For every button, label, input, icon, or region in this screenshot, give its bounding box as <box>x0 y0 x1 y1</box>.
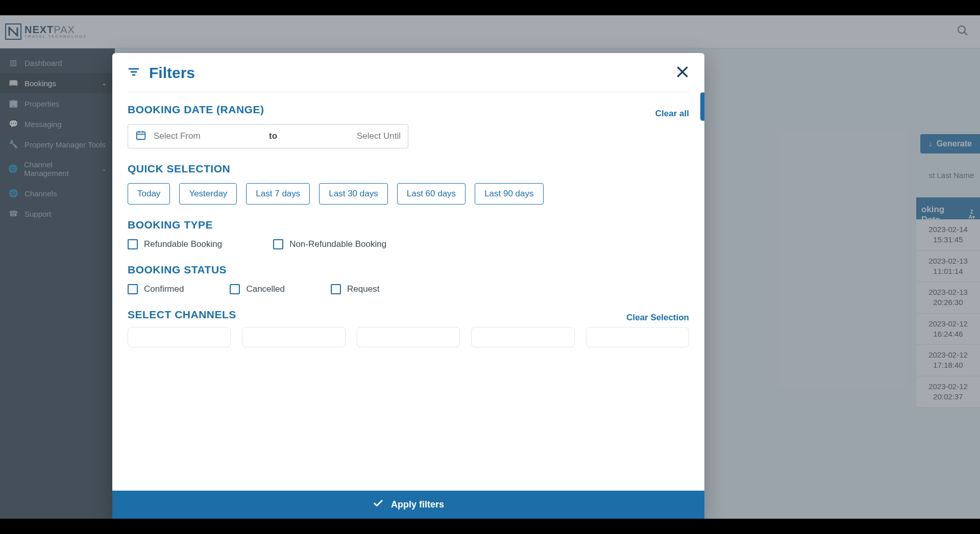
topbar: NEXTPAX TRAVEL TECHNOLOGY <box>0 15 980 48</box>
support-icon: ☎ <box>8 209 18 218</box>
clear-selection-link[interactable]: Clear Selection <box>626 313 689 323</box>
modal-body: BOOKING DATE (RANGE) Clear all to QUICK … <box>112 92 704 491</box>
sidebar-item-dashboard[interactable]: ▧ Dashboard <box>0 53 115 73</box>
checkbox-box-icon <box>273 239 283 249</box>
scrollbar-thumb[interactable] <box>700 92 704 121</box>
close-icon[interactable] <box>676 65 689 81</box>
channel-card[interactable] <box>242 327 345 347</box>
date-to-label: to <box>269 131 277 141</box>
checkbox-confirmed[interactable]: Confirmed <box>128 284 184 294</box>
date-range-picker[interactable]: to <box>128 124 408 148</box>
tools-icon: 🔧 <box>8 140 18 149</box>
dashboard-icon: ▧ <box>8 58 18 67</box>
sidebar-item-support[interactable]: ☎ Support <box>0 204 115 224</box>
clear-all-link[interactable]: Clear all <box>655 109 689 119</box>
sidebar-item-label: Support <box>24 210 52 218</box>
quick-60days-button[interactable]: Last 60 days <box>397 183 465 205</box>
section-title-quick: QUICK SELECTION <box>128 163 689 175</box>
apply-filters-label: Apply filters <box>391 499 444 510</box>
globe-icon: 🌐 <box>8 164 18 173</box>
section-title-status: BOOKING STATUS <box>128 264 689 276</box>
channel-card[interactable] <box>128 327 231 347</box>
bookings-icon: 📖 <box>8 79 18 88</box>
table-row[interactable]: 2023-02-13 20:26:30 <box>916 282 980 314</box>
sidebar-item-channels[interactable]: 🌐 Channels <box>0 183 115 204</box>
guest-lastname-filter[interactable]: st Last Name <box>923 166 980 185</box>
date-until-input[interactable] <box>284 131 401 141</box>
modal-title: Filters <box>149 64 195 82</box>
sidebar: ▧ Dashboard 📖 Bookings ⌄ 🏢 Properties 💬 … <box>0 48 115 519</box>
checkbox-non-refundable[interactable]: Non-Refundable Booking <box>273 239 386 249</box>
checkbox-label: Non-Refundable Booking <box>289 239 386 249</box>
globe-icon: 🌐 <box>8 189 18 198</box>
check-icon <box>373 498 384 512</box>
download-icon: ↓ <box>928 139 933 148</box>
generate-button[interactable]: ↓ Generate <box>920 134 980 154</box>
logo-subtext: TRAVEL TECHNOLOGY <box>24 35 87 39</box>
table-row[interactable]: 2023-02-13 11:01:14 <box>916 251 980 283</box>
booking-type-row: Refundable Booking Non-Refundable Bookin… <box>128 239 689 249</box>
table-row[interactable]: 2023-02-12 17:18:40 <box>916 345 980 376</box>
table-row[interactable]: 2023-02-12 16:24:46 <box>916 314 980 345</box>
svg-point-0 <box>958 26 965 33</box>
sidebar-item-bookings[interactable]: 📖 Bookings ⌄ <box>0 73 115 93</box>
logo: NEXTPAX TRAVEL TECHNOLOGY <box>5 23 87 40</box>
quick-90days-button[interactable]: Last 90 days <box>475 183 543 205</box>
quick-today-button[interactable]: Today <box>128 183 170 205</box>
sidebar-item-label: Channels <box>24 189 57 198</box>
messaging-icon: 💬 <box>8 119 18 129</box>
filters-modal: Filters BOOKING DATE (RANGE) Clear all t… <box>112 53 704 519</box>
checkbox-label: Request <box>347 284 379 294</box>
sidebar-item-pm-tools[interactable]: 🔧 Property Manager Tools <box>0 134 115 155</box>
section-title-channels: SELECT CHANNELS <box>128 309 236 321</box>
chevron-down-icon: ⌄ <box>102 80 107 87</box>
quick-30days-button[interactable]: Last 30 days <box>319 183 387 205</box>
checkbox-label: Refundable Booking <box>144 239 222 249</box>
search-icon[interactable] <box>957 24 969 39</box>
sidebar-item-label: Property Manager Tools <box>24 140 106 149</box>
sidebar-item-properties[interactable]: 🏢 Properties <box>0 93 115 114</box>
booking-date-cells: 2023-02-14 15:31:45 2023-02-13 11:01:14 … <box>916 219 980 408</box>
section-title-type: BOOKING TYPE <box>128 219 689 231</box>
channel-card[interactable] <box>357 327 460 347</box>
sidebar-item-label: Dashboard <box>24 59 62 67</box>
checkbox-request[interactable]: Request <box>331 284 379 294</box>
checkbox-label: Confirmed <box>144 284 184 294</box>
chevron-down-icon: ⌄ <box>102 165 107 172</box>
svg-rect-7 <box>137 132 145 140</box>
channel-card[interactable] <box>586 327 689 347</box>
quick-yesterday-button[interactable]: Yesterday <box>179 183 237 205</box>
logo-mark-icon <box>5 23 21 40</box>
sidebar-item-channel-mgmt[interactable]: 🌐 Channel Management ⌄ <box>0 155 115 183</box>
svg-line-1 <box>964 32 967 35</box>
filter-icon <box>128 66 140 80</box>
checkbox-refundable[interactable]: Refundable Booking <box>128 239 222 249</box>
quick-selection-row: Today Yesterday Last 7 days Last 30 days… <box>128 183 689 205</box>
date-from-input[interactable] <box>154 131 262 141</box>
section-title-booking-date: BOOKING DATE (RANGE) <box>128 104 264 116</box>
booking-status-row: Confirmed Cancelled Request <box>128 284 689 294</box>
sidebar-item-label: Messaging <box>24 120 62 129</box>
checkbox-box-icon <box>331 284 341 294</box>
apply-filters-button[interactable]: Apply filters <box>112 491 704 519</box>
table-row[interactable]: 2023-02-14 15:31:45 <box>916 219 980 251</box>
generate-label: Generate <box>937 139 972 148</box>
sidebar-item-label: Channel Management <box>24 160 95 177</box>
sidebar-item-label: Bookings <box>24 79 56 88</box>
sort-icon: ZA▾ <box>969 210 975 220</box>
modal-header: Filters <box>112 53 704 92</box>
sidebar-item-messaging[interactable]: 💬 Messaging <box>0 114 115 134</box>
checkbox-label: Cancelled <box>246 284 285 294</box>
checkbox-box-icon <box>230 284 240 294</box>
channel-card[interactable] <box>471 327 574 347</box>
checkbox-cancelled[interactable]: Cancelled <box>230 284 285 294</box>
properties-icon: 🏢 <box>8 99 18 108</box>
quick-7days-button[interactable]: Last 7 days <box>246 183 310 205</box>
checkbox-box-icon <box>128 239 138 249</box>
channel-cards-row <box>128 327 689 347</box>
checkbox-box-icon <box>128 284 138 294</box>
table-row[interactable]: 2023-02-12 20:02:37 <box>916 376 980 408</box>
calendar-icon <box>135 130 146 143</box>
logo-text: NEXTPAX <box>24 24 87 35</box>
sidebar-item-label: Properties <box>24 99 59 108</box>
